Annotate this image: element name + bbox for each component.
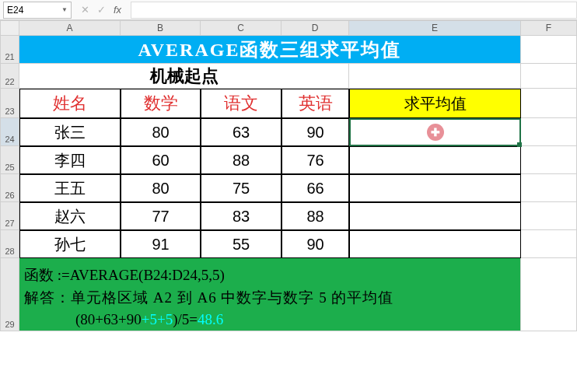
name-box-value: E24: [7, 5, 23, 16]
cell-avg[interactable]: [349, 174, 521, 202]
footer-line-3: (80+63+90+5+5)/5=48.6: [24, 309, 516, 331]
header-chinese[interactable]: 语文: [201, 89, 282, 118]
cell[interactable]: [521, 118, 577, 146]
chevron-down-icon[interactable]: ▼: [61, 6, 68, 13]
cell-math[interactable]: 80: [121, 118, 201, 146]
cursor-icon: ✚: [427, 124, 444, 141]
cell[interactable]: [521, 258, 577, 331]
cell-chinese[interactable]: 63: [201, 118, 282, 146]
cell-chinese[interactable]: 75: [201, 174, 282, 202]
cell-math[interactable]: 60: [121, 146, 201, 174]
cell-chinese[interactable]: 83: [201, 202, 282, 230]
cell-math[interactable]: 77: [121, 202, 201, 230]
col-header[interactable]: E: [349, 20, 521, 36]
cell-name[interactable]: 赵六: [19, 202, 121, 230]
cell[interactable]: [521, 36, 577, 64]
formula-input[interactable]: [131, 2, 577, 19]
cell-math[interactable]: 91: [121, 230, 201, 258]
cell[interactable]: [521, 89, 577, 118]
col-header[interactable]: A: [19, 20, 121, 36]
cell-math[interactable]: 80: [121, 174, 201, 202]
column-headers: A B C D E F: [0, 20, 577, 36]
cell-avg[interactable]: [349, 146, 521, 174]
cell[interactable]: [521, 174, 577, 202]
cell-name[interactable]: 李四: [19, 146, 121, 174]
cell-chinese[interactable]: 55: [201, 230, 282, 258]
row-header[interactable]: 22: [0, 64, 19, 89]
header-math[interactable]: 数学: [121, 89, 201, 118]
cell-english[interactable]: 76: [282, 146, 349, 174]
row-header[interactable]: 29: [0, 258, 19, 331]
subtitle-cell[interactable]: 机械起点: [19, 64, 349, 89]
fx-controls: ✕ ✓ fx: [72, 4, 131, 16]
row-header[interactable]: 28: [0, 230, 19, 258]
footer-line-2: 解答：单元格区域 A2 到 A6 中数字与数字 5 的平均值: [24, 287, 516, 310]
col-header[interactable]: B: [121, 20, 201, 36]
col-header[interactable]: F: [521, 20, 577, 36]
spreadsheet: A B C D E F 21 AVERAGE函数三组求平均值 22 机械起点 2…: [0, 20, 577, 331]
row-header[interactable]: 27: [0, 202, 19, 230]
row-header[interactable]: 21: [0, 36, 19, 64]
row-header[interactable]: 23: [0, 89, 19, 118]
select-all-corner[interactable]: [0, 20, 19, 36]
name-box[interactable]: E24 ▼: [3, 2, 72, 19]
confirm-icon[interactable]: ✓: [97, 4, 106, 16]
cell-english[interactable]: 90: [282, 230, 349, 258]
cell[interactable]: [349, 64, 521, 89]
cell[interactable]: [521, 146, 577, 174]
cell[interactable]: [521, 202, 577, 230]
row-header[interactable]: 25: [0, 146, 19, 174]
cell-avg-active[interactable]: ✚: [349, 118, 521, 146]
cell-english[interactable]: 88: [282, 202, 349, 230]
col-header[interactable]: C: [201, 20, 282, 36]
cell-english[interactable]: 66: [282, 174, 349, 202]
cell-english[interactable]: 90: [282, 118, 349, 146]
title-cell[interactable]: AVERAGE函数三组求平均值: [19, 36, 521, 64]
row-header[interactable]: 26: [0, 174, 19, 202]
formula-bar: E24 ▼ ✕ ✓ fx: [0, 0, 577, 20]
header-name[interactable]: 姓名: [19, 89, 121, 118]
cell-avg[interactable]: [349, 230, 521, 258]
header-english[interactable]: 英语: [282, 89, 349, 118]
cancel-icon[interactable]: ✕: [81, 4, 89, 16]
cell-avg[interactable]: [349, 202, 521, 230]
cell[interactable]: [521, 64, 577, 89]
explanation-block[interactable]: 函数 :=AVERAGE(B24:D24,5,5) 解答：单元格区域 A2 到 …: [19, 258, 521, 331]
cell[interactable]: [521, 230, 577, 258]
header-avg[interactable]: 求平均值: [349, 89, 521, 118]
cell-name[interactable]: 王五: [19, 174, 121, 202]
cell-name[interactable]: 孙七: [19, 230, 121, 258]
col-header[interactable]: D: [282, 20, 349, 36]
cell-name[interactable]: 张三: [19, 118, 121, 146]
row-header[interactable]: 24: [0, 118, 19, 146]
footer-line-1: 函数 :=AVERAGE(B24:D24,5,5): [24, 264, 516, 287]
cell-chinese[interactable]: 88: [201, 146, 282, 174]
fx-icon[interactable]: fx: [114, 4, 121, 16]
